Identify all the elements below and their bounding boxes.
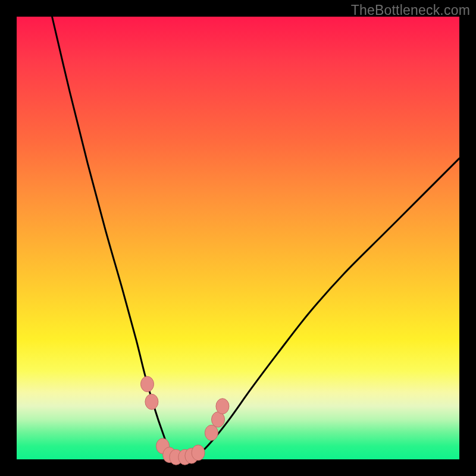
chart-frame: TheBottleneck.com [0,0,476,476]
marker-point [216,399,229,414]
bottleneck-curve [52,17,459,460]
marker-point [140,377,154,392]
marker-point [145,394,158,409]
marker-point [192,445,205,461]
trough-markers [140,377,228,465]
marker-point [205,425,218,440]
watermark-text: TheBottleneck.com [351,2,470,18]
curve-overlay [17,17,459,459]
